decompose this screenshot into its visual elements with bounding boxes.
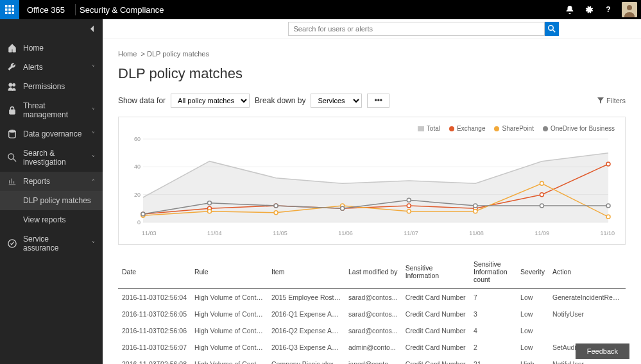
table-cell: Low xyxy=(517,339,549,356)
sidebar-item-permissions[interactable]: Permissions xyxy=(0,77,103,96)
table-row[interactable]: 2016-11-03T02:56:07High Volume of Conten… xyxy=(118,339,626,356)
table-cell: Credit Card Number xyxy=(402,289,470,306)
svg-rect-14 xyxy=(10,110,15,114)
table-row[interactable]: 2016-11-03T02:56:04High Volume of Conten… xyxy=(118,289,626,306)
search-row xyxy=(103,19,641,38)
table-cell: 4 xyxy=(470,322,517,339)
table-column-header[interactable]: Date xyxy=(118,255,191,289)
table-column-header[interactable]: Severity xyxy=(517,255,549,289)
chart-svg: 0204060 xyxy=(129,136,615,226)
app-launcher-button[interactable] xyxy=(0,0,19,19)
help-icon[interactable]: ? xyxy=(599,0,618,19)
home-icon xyxy=(8,44,17,53)
sidebar-item-threat-management[interactable]: Threat management˅ xyxy=(0,96,103,124)
breadcrumb-home[interactable]: Home xyxy=(118,50,137,58)
sidebar-item-alerts[interactable]: Alerts˅ xyxy=(0,58,103,77)
table-column-header[interactable]: Item xyxy=(268,255,345,289)
sidebar-item-label: Alerts xyxy=(23,63,85,72)
table-cell: sarad@contos... xyxy=(345,322,402,339)
svg-point-11 xyxy=(627,5,632,10)
table-cell: Credit Card Number xyxy=(402,356,470,364)
table-cell: 2 xyxy=(470,339,517,356)
sidebar-subitem-dlp-policy-matches[interactable]: DLP policy matches xyxy=(0,191,103,210)
table-cell: Credit Card Number xyxy=(402,322,470,339)
brand-label: Office 365 xyxy=(19,5,73,15)
feedback-button[interactable]: Feedback xyxy=(576,343,629,359)
table-column-header[interactable]: Action xyxy=(549,255,626,289)
xaxis-tick: 11/09 xyxy=(534,230,549,236)
search-icon xyxy=(548,25,556,33)
notifications-icon[interactable] xyxy=(560,0,579,19)
more-actions-button[interactable]: ••• xyxy=(367,94,389,108)
table-cell: Low xyxy=(517,322,549,339)
table-column-header[interactable]: Last modified by xyxy=(345,255,402,289)
sidebar-item-home[interactable]: Home xyxy=(0,38,103,58)
sidebar-subitem-view-reports[interactable]: View reports xyxy=(0,210,103,229)
show-data-for-label: Show data for xyxy=(118,96,166,105)
check-icon xyxy=(8,239,17,248)
sidebar-item-label: Home xyxy=(23,44,95,53)
table-row[interactable]: 2016-11-03T02:56:08High Volume of Conten… xyxy=(118,356,626,364)
table-cell: Company Picnic.xlsx xyxy=(268,356,345,364)
table-column-header[interactable]: Rule xyxy=(191,255,268,289)
legend-item: SharePoint xyxy=(494,125,533,132)
svg-point-33 xyxy=(407,204,411,208)
table-cell: Credit Card Number xyxy=(402,339,470,356)
svg-point-52 xyxy=(606,204,610,208)
svg-rect-4 xyxy=(8,8,11,11)
gear-icon[interactable] xyxy=(579,0,599,19)
permissions-icon xyxy=(8,82,17,91)
table-cell: High Volume of Content... xyxy=(191,339,268,356)
avatar[interactable] xyxy=(622,2,637,17)
chevron-down-icon: ˅ xyxy=(92,64,95,71)
table-column-header[interactable]: Sensitive Information xyxy=(402,255,470,289)
svg-point-19 xyxy=(548,25,553,30)
divider xyxy=(75,4,76,15)
search-button[interactable] xyxy=(545,22,559,36)
data-table: DateRuleItemLast modified bySensitive In… xyxy=(118,255,626,364)
legend-swatch xyxy=(543,126,548,131)
svg-text:40: 40 xyxy=(134,163,141,170)
page-title: DLP policy matches xyxy=(118,65,626,82)
sidebar-item-data-governance[interactable]: Data governance˅ xyxy=(0,124,103,144)
svg-line-17 xyxy=(13,159,16,161)
table-cell xyxy=(549,322,626,339)
sidebar-item-label: DLP policy matches xyxy=(23,196,95,205)
svg-point-50 xyxy=(474,204,477,208)
table-cell: 2016-Q2 Expense Accoun... xyxy=(268,322,345,339)
sidebar-item-service-assurance[interactable]: Service assurance˅ xyxy=(0,229,103,258)
chevron-up-icon: ˄ xyxy=(92,178,95,185)
table-row[interactable]: 2016-11-03T02:56:06High Volume of Conten… xyxy=(118,322,626,339)
chevron-left-icon xyxy=(90,26,95,32)
table-column-header[interactable]: Sensitive Information count xyxy=(470,255,517,289)
table-cell: High Volume of Content... xyxy=(191,322,268,339)
table-cell: sarad@contos... xyxy=(345,289,402,306)
table-cell: 7 xyxy=(470,289,517,306)
table-row[interactable]: 2016-11-03T02:56:05High Volume of Conten… xyxy=(118,306,626,322)
svg-point-49 xyxy=(407,198,411,202)
chevron-down-icon: ˅ xyxy=(92,154,95,161)
break-down-by-select[interactable]: Services xyxy=(311,94,362,108)
sidebar-item-search-investigation[interactable]: Search & investigation˅ xyxy=(0,144,103,172)
table-cell: 2016-Q1 Expense Accoun... xyxy=(268,306,345,322)
sidebar-collapse-button[interactable] xyxy=(0,19,103,38)
filters-link[interactable]: Filters xyxy=(597,97,626,104)
search-input[interactable] xyxy=(288,22,545,36)
sidebar-item-reports[interactable]: Reports˄ xyxy=(0,172,103,191)
table-cell: 2016-11-03T02:56:04 xyxy=(118,289,191,306)
sidebar-item-label: View reports xyxy=(23,215,95,224)
sidebar-item-label: Search & investigation xyxy=(23,149,85,167)
svg-point-13 xyxy=(12,83,15,86)
legend-label: Total xyxy=(427,125,440,132)
table-cell: 3 xyxy=(470,306,517,322)
show-data-for-select[interactable]: All policy matches xyxy=(171,94,250,108)
svg-point-44 xyxy=(606,215,610,219)
table-header-row: DateRuleItemLast modified bySensitive In… xyxy=(118,255,626,289)
table-cell: admin@conto... xyxy=(345,339,402,356)
legend-item: OneDrive for Business xyxy=(543,125,615,132)
controls-row: Show data for All policy matches Break d… xyxy=(118,94,626,108)
svg-rect-3 xyxy=(5,8,8,11)
table-cell: sarad@contos... xyxy=(345,306,402,322)
break-down-by-label: Break down by xyxy=(255,96,305,105)
svg-point-43 xyxy=(540,181,543,185)
